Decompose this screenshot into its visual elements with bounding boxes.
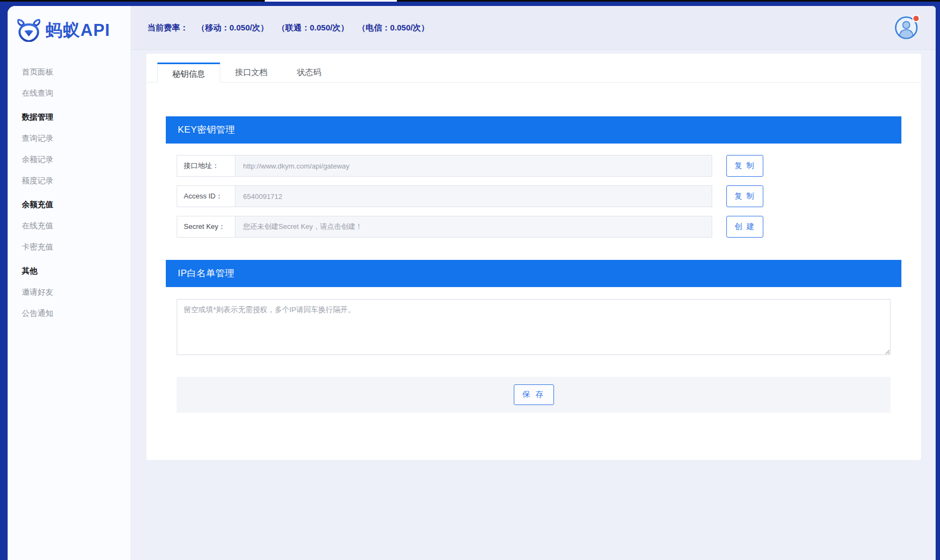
content-area: 秘钥信息 接口文档 状态码 KEY密钥管理	[131, 50, 936, 560]
sidebar: 蚂蚁API 首页面板 在线查询 数据管理 查询记录 余额记录 额度记录 余额充值…	[8, 6, 131, 560]
api-address-input[interactable]	[235, 155, 712, 176]
rate-mobile: （移动：0.050/次）	[197, 23, 269, 33]
sidebar-section-data-management: 数据管理	[8, 107, 130, 128]
window-frame-left	[0, 2, 8, 560]
sidebar-item-online-recharge[interactable]: 在线充值	[8, 215, 130, 237]
save-button[interactable]: 保 存	[514, 384, 554, 405]
sidebar-item-online-query[interactable]: 在线查询	[8, 83, 130, 104]
ip-whitelist-textarea[interactable]	[177, 299, 891, 355]
key-management-section: KEY密钥管理 接口地址： 复 制	[166, 116, 901, 249]
window-top-edge	[0, 0, 940, 2]
sidebar-item-home-panel[interactable]: 首页面板	[8, 61, 130, 83]
tab-panel-key-info: KEY密钥管理 接口地址： 复 制	[146, 83, 921, 413]
window-top-edge-gap	[265, 0, 397, 2]
app-logo-text: 蚂蚁API	[46, 19, 110, 42]
create-secret-key-button[interactable]: 创 建	[726, 216, 763, 238]
current-rates: 当前费率： （移动：0.050/次） （联通：0.050/次） （电信：0.05…	[147, 23, 429, 33]
access-id-label: Access ID：	[177, 186, 235, 207]
sidebar-item-invite-friends[interactable]: 邀请好友	[8, 282, 130, 303]
red-notification-dot	[912, 15, 920, 22]
api-address-field: 接口地址：	[177, 155, 712, 177]
secret-key-label: Secret Key：	[177, 216, 235, 237]
sidebar-menu: 首页面板 在线查询 数据管理 查询记录 余额记录 额度记录 余额充值 在线充值 …	[8, 61, 130, 324]
app-window: 蚂蚁API 首页面板 在线查询 数据管理 查询记录 余额记录 额度记录 余额充值…	[0, 0, 940, 560]
sidebar-item-query-records[interactable]: 查询记录	[8, 128, 130, 149]
topbar: 当前费率： （移动：0.050/次） （联通：0.050/次） （电信：0.05…	[131, 6, 936, 50]
rate-unicom: （联通：0.050/次）	[277, 23, 349, 33]
copy-api-address-button[interactable]: 复 制	[726, 155, 763, 177]
tab-key-info[interactable]: 秘钥信息	[157, 63, 220, 83]
main-area: 当前费率： （移动：0.050/次） （联通：0.050/次） （电信：0.05…	[131, 6, 936, 560]
window-frame-right	[936, 2, 940, 560]
app-logo[interactable]: 蚂蚁API	[8, 6, 130, 42]
api-address-row: 接口地址： 复 制	[177, 155, 901, 177]
ip-section-title: IP白名单管理	[166, 260, 901, 287]
sidebar-item-quota-records[interactable]: 额度记录	[8, 170, 130, 191]
sidebar-section-balance-recharge: 余额充值	[8, 194, 130, 215]
access-id-input[interactable]	[235, 186, 712, 207]
ip-whitelist-section: IP白名单管理 保 存	[166, 260, 901, 413]
api-address-label: 接口地址：	[177, 155, 235, 176]
user-avatar[interactable]	[894, 16, 918, 40]
sidebar-item-announcements[interactable]: 公告通知	[8, 303, 130, 324]
rate-telecom: （电信：0.050/次）	[357, 23, 429, 33]
access-id-field: Access ID：	[177, 185, 712, 207]
sidebar-item-balance-records[interactable]: 余额记录	[8, 149, 130, 170]
copy-access-id-button[interactable]: 复 制	[726, 185, 763, 207]
rates-label: 当前费率：	[147, 23, 188, 33]
sidebar-section-other: 其他	[8, 260, 130, 282]
secret-key-field: Secret Key：	[177, 216, 712, 238]
secret-key-row: Secret Key： 创 建	[177, 216, 901, 238]
key-section-title: KEY密钥管理	[166, 116, 901, 144]
sidebar-item-card-recharge[interactable]: 卡密充值	[8, 237, 130, 258]
tab-api-docs[interactable]: 接口文档	[220, 63, 282, 83]
content-card: 秘钥信息 接口文档 状态码 KEY密钥管理	[146, 54, 921, 460]
tab-bar: 秘钥信息 接口文档 状态码	[146, 54, 921, 83]
save-band: 保 存	[177, 377, 891, 413]
ant-logo-icon	[16, 19, 41, 42]
secret-key-input[interactable]	[235, 216, 712, 237]
access-id-row: Access ID： 复 制	[177, 185, 901, 207]
tab-status-codes[interactable]: 状态码	[282, 63, 336, 83]
